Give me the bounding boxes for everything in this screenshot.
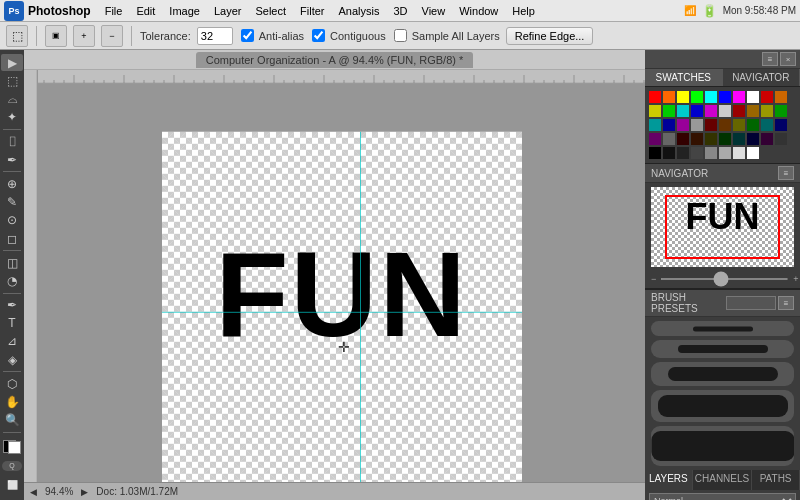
swatch-color[interactable] — [775, 119, 787, 131]
tab-paths[interactable]: PATHS — [752, 470, 800, 490]
swatch-color[interactable] — [747, 133, 759, 145]
swatch-color[interactable] — [705, 105, 717, 117]
screen-mode[interactable]: ⬜ — [1, 474, 23, 496]
swatch-color[interactable] — [663, 147, 675, 159]
panel-collapse-btn[interactable]: ≡ — [762, 52, 778, 66]
tool-lasso[interactable]: ⌓ — [1, 91, 23, 108]
brush-menu-btn[interactable]: ≡ — [778, 296, 794, 310]
swatch-color[interactable] — [649, 133, 661, 145]
brush-size-input[interactable] — [726, 296, 776, 310]
tool-dodge[interactable]: ◔ — [1, 272, 23, 289]
swatch-color[interactable] — [663, 119, 675, 131]
brush-stroke-3[interactable] — [651, 390, 794, 422]
swatch-color[interactable] — [761, 105, 773, 117]
tool-gradient[interactable]: ◫ — [1, 254, 23, 271]
document-tab[interactable]: Computer Organization - A @ 94.4% (FUN, … — [196, 52, 474, 68]
status-arrow-right[interactable]: ▶ — [81, 487, 88, 497]
swatch-color[interactable] — [691, 119, 703, 131]
status-arrow-left[interactable]: ◀ — [30, 487, 37, 497]
menu-edit[interactable]: Edit — [130, 3, 161, 19]
tool-move[interactable]: ▶ — [1, 54, 23, 71]
menu-image[interactable]: Image — [163, 3, 206, 19]
color-selector[interactable] — [3, 440, 21, 454]
contiguous-checkbox[interactable] — [312, 29, 325, 42]
tool-hand[interactable]: ✋ — [1, 393, 23, 410]
swatch-color[interactable] — [649, 147, 661, 159]
swatch-color[interactable] — [733, 91, 745, 103]
swatch-color[interactable] — [649, 105, 661, 117]
swatch-color[interactable] — [663, 91, 675, 103]
tool-magic-wand[interactable]: ✦ — [1, 109, 23, 126]
swatch-color[interactable] — [691, 91, 703, 103]
panel-close-btn[interactable]: × — [780, 52, 796, 66]
swatch-color[interactable] — [747, 91, 759, 103]
swatch-color[interactable] — [719, 147, 731, 159]
tool-marquee[interactable]: ⬚ — [1, 72, 23, 89]
swatch-color[interactable] — [719, 105, 731, 117]
swatch-color[interactable] — [677, 133, 689, 145]
swatch-color[interactable] — [705, 147, 717, 159]
swatch-color[interactable] — [733, 147, 745, 159]
menu-help[interactable]: Help — [506, 3, 541, 19]
swatch-color[interactable] — [705, 119, 717, 131]
menu-analysis[interactable]: Analysis — [333, 3, 386, 19]
swatch-color[interactable] — [705, 91, 717, 103]
menu-view[interactable]: View — [416, 3, 452, 19]
nav-zoom-slider[interactable] — [660, 278, 789, 280]
swatch-color[interactable] — [663, 133, 675, 145]
menu-window[interactable]: Window — [453, 3, 504, 19]
swatch-color[interactable] — [733, 119, 745, 131]
tool-pen[interactable]: ✒ — [1, 296, 23, 313]
tool-clone[interactable]: ⊙ — [1, 212, 23, 229]
sample-all-checkbox[interactable] — [394, 29, 407, 42]
tolerance-input[interactable] — [197, 27, 233, 45]
swatch-color[interactable] — [719, 133, 731, 145]
background-color[interactable] — [8, 441, 21, 454]
swatch-color[interactable] — [733, 133, 745, 145]
tool-eraser[interactable]: ◻ — [1, 230, 23, 247]
swatch-color[interactable] — [691, 133, 703, 145]
swatch-color[interactable] — [705, 133, 717, 145]
swatch-color[interactable] — [775, 133, 787, 145]
menu-filter[interactable]: Filter — [294, 3, 330, 19]
swatch-color[interactable] — [775, 91, 787, 103]
navigator-menu-btn[interactable]: ≡ — [778, 166, 794, 180]
tool-text[interactable]: T — [1, 315, 23, 332]
swatch-color[interactable] — [747, 147, 759, 159]
menu-3d[interactable]: 3D — [387, 3, 413, 19]
tool-sub-icon[interactable]: − — [101, 25, 123, 47]
nav-zoom-in-icon[interactable]: + — [793, 274, 798, 284]
swatch-color[interactable] — [719, 91, 731, 103]
swatch-color[interactable] — [775, 105, 787, 117]
tool-path[interactable]: ⊿ — [1, 333, 23, 350]
tab-swatches[interactable]: SWATCHES — [645, 69, 723, 86]
swatch-color[interactable] — [761, 119, 773, 131]
swatch-color[interactable] — [761, 133, 773, 145]
refine-edge-button[interactable]: Refine Edge... — [506, 27, 594, 45]
menu-select[interactable]: Select — [249, 3, 292, 19]
nav-viewport-box[interactable] — [665, 195, 779, 259]
swatch-color[interactable] — [677, 119, 689, 131]
tool-eyedropper[interactable]: ✒ — [1, 151, 23, 168]
brush-stroke-4[interactable] — [651, 426, 794, 466]
swatch-color[interactable] — [747, 119, 759, 131]
brush-stroke-2[interactable] — [651, 362, 794, 386]
menu-layer[interactable]: Layer — [208, 3, 248, 19]
tab-navigator[interactable]: NAVIGATOR — [723, 69, 801, 86]
tool-crop[interactable]: ⌷ — [1, 133, 23, 150]
menu-file[interactable]: File — [99, 3, 129, 19]
swatch-color[interactable] — [677, 105, 689, 117]
nav-zoom-out-icon[interactable]: − — [651, 274, 656, 284]
brush-stroke-1[interactable] — [651, 340, 794, 358]
swatch-color[interactable] — [677, 147, 689, 159]
tool-shape[interactable]: ◈ — [1, 351, 23, 368]
antialias-checkbox[interactable] — [241, 29, 254, 42]
swatch-color[interactable] — [663, 105, 675, 117]
quick-mask[interactable]: Q — [2, 461, 22, 471]
swatch-color[interactable] — [691, 105, 703, 117]
tool-mode-icon[interactable]: ▣ — [45, 25, 67, 47]
swatch-color[interactable] — [761, 91, 773, 103]
swatch-color[interactable] — [747, 105, 759, 117]
swatch-color[interactable] — [677, 91, 689, 103]
workspace[interactable]: FUN ✛ — [38, 84, 645, 482]
